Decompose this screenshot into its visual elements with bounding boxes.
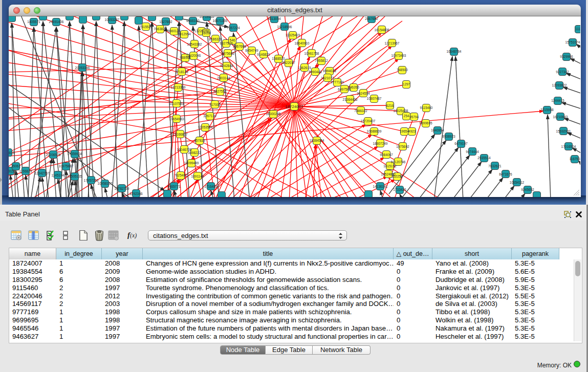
svg-text:10958107: 10958107 xyxy=(98,182,113,185)
svg-text:18724007: 18724007 xyxy=(285,104,303,109)
svg-text:19218596: 19218596 xyxy=(277,25,292,29)
svg-text:10973493: 10973493 xyxy=(391,54,406,57)
svg-text:4923: 4923 xyxy=(408,129,416,133)
svg-text:1527602: 1527602 xyxy=(159,20,172,24)
svg-text:1588520: 1588520 xyxy=(272,57,285,60)
svg-text:16671355: 16671355 xyxy=(213,19,228,23)
svg-text:10654112: 10654112 xyxy=(510,181,525,184)
svg-text:17957255: 17957255 xyxy=(84,179,99,182)
svg-text:15692931: 15692931 xyxy=(556,129,571,133)
svg-text:1244415: 1244415 xyxy=(551,99,564,102)
svg-text:12093822: 12093822 xyxy=(552,83,567,87)
svg-text:16782759: 16782759 xyxy=(115,187,129,190)
svg-text:2935514: 2935514 xyxy=(477,156,491,160)
svg-text:988968: 988968 xyxy=(180,56,191,59)
svg-text:9146821: 9146821 xyxy=(257,53,270,56)
svg-text:15720407: 15720407 xyxy=(361,119,376,123)
svg-text:254: 254 xyxy=(404,114,409,118)
svg-text:8322037: 8322037 xyxy=(282,61,295,64)
svg-text:21364436: 21364436 xyxy=(343,98,358,101)
svg-text:8938923: 8938923 xyxy=(442,135,455,138)
svg-text:11325419: 11325419 xyxy=(286,33,300,37)
svg-text:6994028: 6994028 xyxy=(323,69,336,73)
svg-text:20206576: 20206576 xyxy=(46,153,61,157)
svg-text:12213967: 12213967 xyxy=(385,41,400,45)
svg-text:546: 546 xyxy=(230,38,235,42)
svg-text:1405571: 1405571 xyxy=(27,20,40,24)
svg-text:10120746: 10120746 xyxy=(391,160,406,164)
svg-text:1640954: 1640954 xyxy=(431,128,444,132)
svg-text:2887682: 2887682 xyxy=(365,17,378,20)
svg-text:1117: 1117 xyxy=(575,27,581,31)
svg-text:3498222: 3498222 xyxy=(188,151,201,155)
svg-text:748500: 748500 xyxy=(397,68,408,72)
svg-text:10807487: 10807487 xyxy=(367,97,382,100)
svg-text:8990448: 8990448 xyxy=(309,70,322,74)
svg-text:3716485: 3716485 xyxy=(204,185,217,188)
svg-text:10107553: 10107553 xyxy=(169,102,184,105)
svg-text:1615152: 1615152 xyxy=(383,164,397,168)
svg-text:1156829: 1156829 xyxy=(19,169,32,173)
svg-text:252254: 252254 xyxy=(391,174,403,178)
svg-text:7625402: 7625402 xyxy=(174,173,187,177)
svg-text:857833: 857833 xyxy=(194,139,205,142)
svg-text:8471676: 8471676 xyxy=(499,172,512,176)
svg-text:1975692: 1975692 xyxy=(396,145,409,148)
svg-text:1292346: 1292346 xyxy=(129,192,143,195)
svg-text:3215958: 3215958 xyxy=(540,108,554,112)
svg-text:417006: 417006 xyxy=(209,103,221,106)
svg-text:13353564: 13353564 xyxy=(198,125,213,129)
svg-text:9327508: 9327508 xyxy=(220,41,233,45)
svg-text:18300295: 18300295 xyxy=(266,112,281,116)
svg-text:19384554: 19384554 xyxy=(310,139,324,142)
svg-text:10961758: 10961758 xyxy=(304,52,319,55)
svg-text:8454749: 8454749 xyxy=(245,49,258,52)
svg-text:6216: 6216 xyxy=(386,104,394,107)
svg-text:14136141: 14136141 xyxy=(373,185,388,188)
svg-text:116753: 116753 xyxy=(569,157,580,161)
svg-text:3915: 3915 xyxy=(9,169,14,173)
svg-text:16154808: 16154808 xyxy=(375,28,389,32)
svg-text:9084067: 9084067 xyxy=(380,153,393,157)
svg-text:10719155: 10719155 xyxy=(200,16,214,18)
svg-text:7886322: 7886322 xyxy=(354,109,367,113)
svg-text:9777169: 9777169 xyxy=(331,80,344,84)
svg-text:9245652: 9245652 xyxy=(521,188,534,191)
svg-text:95794: 95794 xyxy=(409,115,419,119)
svg-text:19654983: 19654983 xyxy=(169,117,184,121)
svg-text:1297: 1297 xyxy=(403,82,410,86)
svg-text:15751074: 15751074 xyxy=(565,40,580,44)
svg-text:2626615: 2626615 xyxy=(9,151,15,155)
svg-text:19166827: 19166827 xyxy=(173,133,188,136)
svg-text:3624554: 3624554 xyxy=(357,92,370,95)
svg-text:16058: 16058 xyxy=(202,31,211,35)
svg-text:16210643: 16210643 xyxy=(553,115,568,119)
svg-text:16648784: 16648784 xyxy=(447,50,462,53)
svg-text:8427552: 8427552 xyxy=(213,90,227,93)
svg-text:9329966: 9329966 xyxy=(560,55,573,58)
svg-text:2867608: 2867608 xyxy=(233,45,246,48)
svg-text:2803144: 2803144 xyxy=(217,76,230,80)
svg-text:18640910: 18640910 xyxy=(295,41,310,45)
svg-text:1362615: 1362615 xyxy=(298,66,311,70)
svg-text:19654: 19654 xyxy=(400,129,409,133)
svg-text:7955812: 7955812 xyxy=(315,59,328,62)
svg-text:10688609: 10688609 xyxy=(367,129,382,133)
svg-text:12505135: 12505135 xyxy=(68,174,82,178)
svg-text:35061: 35061 xyxy=(11,164,20,168)
svg-text:10025438: 10025438 xyxy=(394,109,408,113)
svg-text:9699695: 9699695 xyxy=(419,121,432,125)
svg-text:9115460: 9115460 xyxy=(420,106,433,110)
svg-text:1733426: 1733426 xyxy=(393,188,406,191)
svg-text:3875685: 3875685 xyxy=(221,52,234,55)
svg-text:7632621: 7632621 xyxy=(488,164,502,168)
svg-text:746266: 746266 xyxy=(348,85,359,89)
svg-text:9474444: 9474444 xyxy=(466,150,479,154)
svg-text:10653287: 10653287 xyxy=(105,18,120,21)
svg-text:12342757: 12342757 xyxy=(35,171,50,175)
svg-text:20053346: 20053346 xyxy=(75,66,90,70)
svg-text:17016504: 17016504 xyxy=(561,145,576,148)
svg-text:7663822: 7663822 xyxy=(154,27,167,31)
svg-text:16099489: 16099489 xyxy=(184,161,199,165)
svg-text:9227342: 9227342 xyxy=(556,70,569,74)
